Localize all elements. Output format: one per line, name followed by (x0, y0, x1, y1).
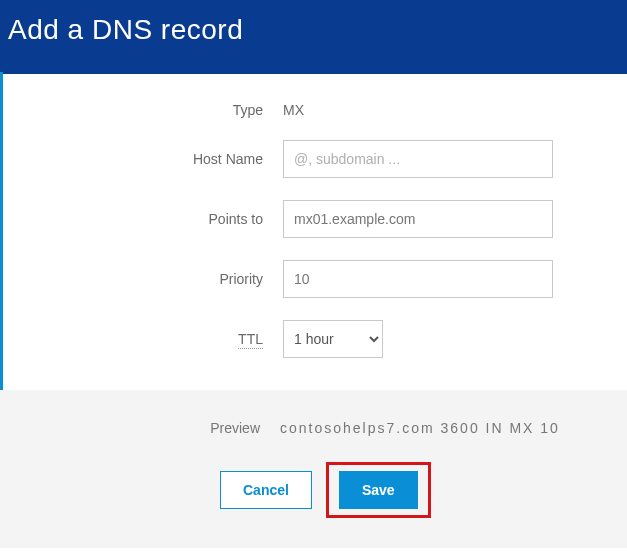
pointsto-input[interactable] (283, 200, 553, 238)
ttl-label: TTL (238, 331, 263, 349)
priority-label: Priority (63, 271, 263, 287)
dialog-title: Add a DNS record (8, 14, 619, 46)
hostname-label: Host Name (63, 151, 263, 167)
priority-input[interactable] (283, 260, 553, 298)
row-priority: Priority (63, 260, 567, 298)
form-body: Type MX Host Name Points to Priority TTL (0, 72, 627, 390)
row-type: Type MX (63, 102, 567, 118)
type-value: MX (283, 102, 567, 118)
cancel-button[interactable]: Cancel (220, 471, 312, 509)
dialog-footer: Preview contosohelps7.com 3600 IN MX 10 … (0, 390, 627, 548)
row-preview: Preview contosohelps7.com 3600 IN MX 10 (60, 420, 567, 436)
row-ttl: TTL 1 hour (63, 320, 567, 358)
type-label: Type (63, 102, 263, 118)
highlight-box: Save (326, 462, 431, 518)
dialog-header: Add a DNS record (0, 0, 627, 74)
pointsto-label: Points to (63, 211, 263, 227)
preview-text: contosohelps7.com 3600 IN MX 10 (280, 420, 560, 436)
ttl-select[interactable]: 1 hour (283, 320, 383, 358)
row-hostname: Host Name (63, 140, 567, 178)
save-button[interactable]: Save (339, 471, 418, 509)
preview-label: Preview (60, 420, 260, 436)
row-pointsto: Points to (63, 200, 567, 238)
hostname-input[interactable] (283, 140, 553, 178)
